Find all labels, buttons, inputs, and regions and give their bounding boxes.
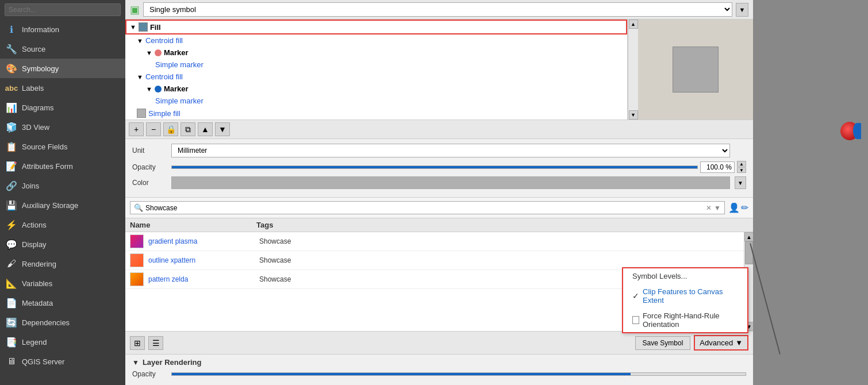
tree-label-marker-1: Marker (164, 48, 189, 57)
list-scroll-up-btn[interactable]: ▲ (744, 232, 753, 241)
sidebar-item-3d-view[interactable]: 🧊 3D View (0, 117, 125, 137)
unit-select[interactable]: Millimeter Pixel Point Inch Map Units (171, 144, 730, 157)
opacity-row: Opacity ▲ ▼ (132, 161, 746, 173)
save-symbol-btn[interactable]: Save Symbol (635, 336, 691, 350)
unit-label: Unit (132, 147, 167, 155)
sidebar-item-attributes-form[interactable]: 📝 Attributes Form (0, 156, 125, 176)
sidebar-item-rendering[interactable]: 🖌 Rendering (0, 254, 125, 274)
auxiliary-storage-icon: 💾 (6, 199, 17, 211)
sidebar-item-metadata[interactable]: 📄 Metadata (0, 293, 125, 313)
sidebar-item-diagrams[interactable]: 📊 Diagrams (0, 98, 125, 117)
color-picker[interactable] (171, 176, 730, 189)
symbol-icon-pattern-zelda (130, 272, 144, 286)
tree-expand-centroid2[interactable]: ▼ (137, 74, 143, 80)
list-view-btn[interactable]: ☰ (148, 336, 163, 350)
tree-expand-centroid1[interactable]: ▼ (137, 37, 143, 44)
opacity-spin-up[interactable]: ▲ (737, 161, 746, 167)
sidebar-item-legend[interactable]: 📑 Legend (0, 332, 125, 352)
tree-item-marker-2[interactable]: ▼ Marker (125, 83, 627, 95)
center-panel: ▣ Single symbol Categorized Graduated Ru… (125, 0, 753, 385)
opacity-label: Opacity (132, 163, 167, 171)
opacity-value-input[interactable] (700, 161, 735, 173)
sidebar-item-display[interactable]: 💬 Display (0, 234, 125, 254)
sidebar-item-information[interactable]: ℹ Information (0, 20, 125, 39)
preview-box (673, 47, 719, 93)
tree-expand-marker1[interactable]: ▼ (146, 49, 152, 56)
tree-item-centroid-fill-2[interactable]: ▼ Centroid fill (125, 71, 627, 83)
move-up-btn[interactable]: ▲ (198, 122, 213, 136)
tree-label-centroid-fill-2: Centroid fill (145, 72, 183, 81)
add-user-icon[interactable]: 👤 (728, 202, 740, 213)
symbol-search-input[interactable] (145, 204, 704, 212)
tree-label-simple-fill: Simple fill (148, 109, 180, 118)
color-row: Color ▼ (132, 176, 746, 189)
tree-item-fill[interactable]: ▼ Fill (125, 20, 627, 34)
tree-scroll-track (629, 29, 638, 110)
color-label: Color (132, 179, 167, 187)
sidebar-item-dependencies[interactable]: 🔄 Dependencies (0, 313, 125, 332)
symbol-row-gradient-plasma[interactable]: gradient plasma Showcase (125, 232, 744, 251)
search-clear-icon[interactable]: ✕ (706, 204, 712, 212)
map-symbol-icon (840, 121, 861, 141)
tree-item-simple-marker-1[interactable]: Simple marker (125, 59, 627, 71)
move-down-btn[interactable]: ▼ (215, 122, 230, 136)
marker1-icon (155, 49, 162, 56)
duplicate-layer-btn[interactable]: ⧉ (180, 122, 195, 136)
sidebar-item-source-fields[interactable]: 📋 Source Fields (0, 137, 125, 156)
sidebar-search-container (0, 0, 125, 20)
remove-layer-btn[interactable]: − (146, 122, 161, 136)
dropdown-item-force-right-hand[interactable]: Force Right-Hand-Rule Orientation (623, 308, 747, 332)
grid-view-btn[interactable]: ⊞ (130, 336, 145, 350)
symbol-table-header: Name Tags (125, 218, 753, 232)
sidebar-item-actions[interactable]: ⚡ Actions (0, 215, 125, 234)
col-header-tags: Tags (256, 221, 748, 229)
variables-icon: 📐 (6, 278, 17, 289)
information-icon: ℹ (6, 24, 17, 35)
tree-item-simple-marker-2[interactable]: Simple marker (125, 95, 627, 107)
tree-item-simple-fill[interactable]: Simple fill (125, 107, 627, 120)
tree-label-simple-marker-2: Simple marker (155, 97, 203, 105)
symbol-name-pattern-zelda: pattern zelda (148, 275, 255, 283)
tree-scroll-up-btn[interactable]: ▲ (629, 20, 638, 29)
search-filter-icon[interactable]: ▼ (714, 204, 721, 212)
symbol-tags-outline-xpattern: Showcase (259, 256, 739, 264)
advanced-dropdown: Symbol Levels... ✓ Clip Features to Canv… (622, 267, 748, 333)
add-layer-btn[interactable]: + (129, 122, 144, 136)
col-header-name: Name (130, 221, 256, 229)
dropdown-item-symbol-levels[interactable]: Symbol Levels... (623, 268, 747, 284)
labels-icon: abc (6, 82, 17, 94)
top-bar: ▣ Single symbol Categorized Graduated Ru… (125, 0, 753, 20)
joins-icon: 🔗 (6, 180, 17, 191)
sidebar-item-symbology[interactable]: 🎨 Symbology (0, 59, 125, 78)
lock-layer-btn[interactable]: 🔒 (163, 122, 178, 136)
opacity-slider[interactable] (171, 165, 698, 169)
symbol-icon-outline-xpattern (130, 253, 144, 267)
layer-opacity-row: Opacity (132, 370, 746, 378)
sidebar-item-qgis-server[interactable]: 🖥 QGIS Server (0, 352, 125, 371)
symbol-type-select[interactable]: Single symbol Categorized Graduated Rule… (143, 2, 732, 17)
layer-opacity-slider[interactable] (171, 372, 746, 376)
tree-item-centroid-fill-1[interactable]: ▼ Centroid fill (125, 34, 627, 47)
edit-icon[interactable]: ✏ (741, 202, 748, 213)
tree-expand-fill[interactable]: ▼ (130, 24, 136, 30)
legend-icon: 📑 (6, 336, 17, 348)
color-dropdown-btn[interactable]: ▼ (735, 176, 746, 189)
marker2-icon (155, 86, 162, 93)
layer-rendering-arrow[interactable]: ▼ (132, 359, 139, 367)
sidebar-item-auxiliary-storage[interactable]: 💾 Auxiliary Storage (0, 195, 125, 215)
sidebar-item-joins[interactable]: 🔗 Joins (0, 176, 125, 195)
tree-scroll-down-btn[interactable]: ▼ (629, 110, 638, 120)
tree-expand-marker2[interactable]: ▼ (146, 86, 152, 93)
tree-item-marker-1[interactable]: ▼ Marker (125, 47, 627, 59)
sidebar-item-source[interactable]: 🔧 Source (0, 39, 125, 59)
sidebar-item-variables[interactable]: 📐 Variables (0, 274, 125, 293)
advanced-btn[interactable]: Advanced ▼ (694, 335, 748, 351)
dropdown-item-clip-features[interactable]: ✓ Clip Features to Canvas Extent (623, 284, 747, 308)
symbol-type-dropdown-btn[interactable]: ▼ (736, 3, 748, 17)
symbol-tree: ▼ Fill ▼ Centroid fill ▼ Marker Simple m… (125, 20, 628, 120)
opacity-spin-down[interactable]: ▼ (737, 167, 746, 173)
sidebar-item-labels[interactable]: abc Labels (0, 78, 125, 98)
sidebar-search-input[interactable] (5, 3, 121, 16)
symbol-type-icon: ▣ (130, 3, 140, 16)
qgis-server-icon: 🖥 (6, 356, 17, 367)
